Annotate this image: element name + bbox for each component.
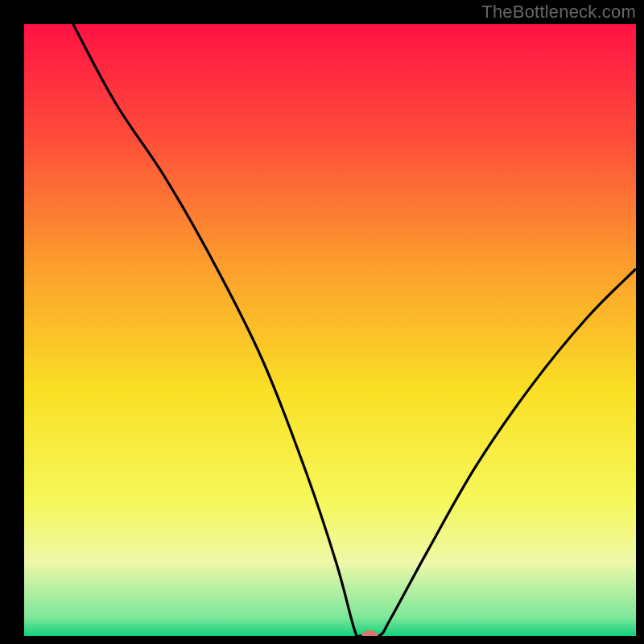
watermark-label: TheBottleneck.com	[481, 2, 636, 23]
chart-frame: TheBottleneck.com	[0, 0, 644, 644]
frame-border	[0, 0, 24, 644]
frame-border	[0, 636, 644, 644]
bottleneck-chart	[0, 0, 644, 644]
frame-border	[636, 0, 644, 644]
